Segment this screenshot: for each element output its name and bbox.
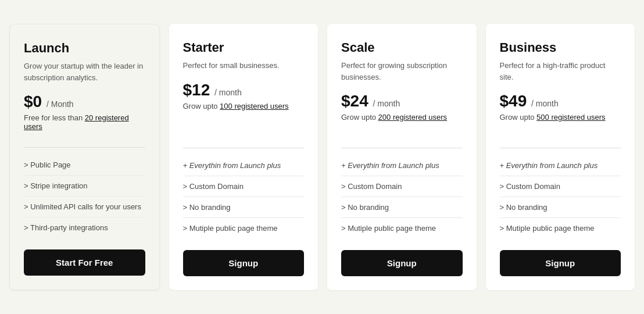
pricing-card-launch: Launch Grow your startup with the leader… (9, 24, 160, 290)
features-list: > Public Page> Stripe integration> Unlim… (24, 155, 145, 238)
plan-price: $12 / month (183, 81, 305, 99)
feature-item: > Stripe integration (24, 176, 145, 197)
pricing-container: Launch Grow your startup with the leader… (9, 24, 635, 290)
feature-item: > Custom Domain (183, 176, 305, 197)
cta-button-launch[interactable]: Start For Free (24, 249, 145, 276)
feature-item: > Third-party integrations (24, 217, 145, 238)
plan-price: $49 / month (500, 92, 621, 110)
features-divider (341, 148, 463, 148)
plan-price-period: / month (531, 99, 559, 108)
plan-price-amount: $12 (183, 81, 210, 99)
features-header: + Everythin from Launch plus (341, 155, 463, 176)
cta-button-scale[interactable]: Signup (341, 250, 463, 276)
features-divider (500, 148, 621, 148)
plan-price-period: / Month (46, 99, 74, 109)
plan-price-amount: $49 (500, 92, 527, 110)
plan-price-period: / month (373, 99, 400, 108)
feature-item: > Custom Domain (500, 176, 621, 197)
plan-description: Perfect for small businesses. (183, 60, 305, 72)
pricing-card-scale: Scale Perfect for growing subscription b… (327, 24, 477, 290)
pricing-card-starter: Starter Perfect for small businesses. $1… (169, 24, 319, 290)
feature-item: > No branding (341, 197, 463, 218)
features-list: + Everythin from Launch plus> Custom Dom… (500, 155, 621, 238)
plan-price: $0 / Month (24, 92, 145, 111)
plan-name: Scale (341, 40, 463, 55)
plan-price-amount: $0 (24, 92, 42, 110)
feature-item: > Custom Domain (341, 176, 463, 197)
features-list: + Everythin from Launch plus> Custom Dom… (341, 155, 463, 238)
cta-button-business[interactable]: Signup (500, 250, 621, 276)
plan-description: Perfect for growing subscription busines… (341, 60, 463, 83)
plan-users-link[interactable]: 500 registered users (536, 113, 606, 122)
feature-item: > Mutiple public page theme (500, 218, 621, 238)
plan-users: Free for less than 20 registered users (24, 113, 145, 131)
cta-button-starter[interactable]: Signup (183, 250, 305, 276)
features-header: + Everythin from Launch plus (183, 155, 305, 176)
plan-users-link[interactable]: 100 registered users (220, 102, 289, 110)
feature-item: > Unlimited API calls for your users (24, 197, 145, 217)
plan-users: Grow upto 500 registered users (500, 113, 621, 122)
plan-name: Starter (183, 40, 305, 55)
feature-item: > No branding (500, 197, 621, 218)
features-divider (24, 147, 145, 148)
plan-users-link[interactable]: 20 registered users (24, 113, 129, 131)
feature-item: > Mutiple public page theme (341, 218, 463, 238)
plan-price-amount: $24 (341, 92, 368, 110)
plan-price-period: / month (214, 88, 242, 97)
plan-users: Grow upto 200 registered users (341, 113, 463, 122)
plan-name: Business (500, 40, 621, 55)
plan-name: Launch (24, 41, 145, 56)
features-divider (183, 148, 305, 148)
pricing-card-business: Business Perfect for a high-traffic prod… (486, 24, 635, 290)
plan-users: Grow upto 100 registered users (183, 102, 305, 110)
features-header: + Everythin from Launch plus (500, 155, 621, 176)
feature-item: > Mutiple public page theme (183, 218, 305, 238)
features-list: + Everythin from Launch plus> Custom Dom… (183, 155, 305, 238)
plan-users-link[interactable]: 200 registered users (378, 113, 448, 122)
feature-item: > No branding (183, 197, 305, 218)
plan-price: $24 / month (341, 92, 463, 110)
feature-item: > Public Page (24, 155, 145, 176)
plan-description: Grow your startup with the leader in sub… (24, 60, 145, 83)
plan-description: Perfect for a high-traffic product site. (500, 60, 621, 83)
